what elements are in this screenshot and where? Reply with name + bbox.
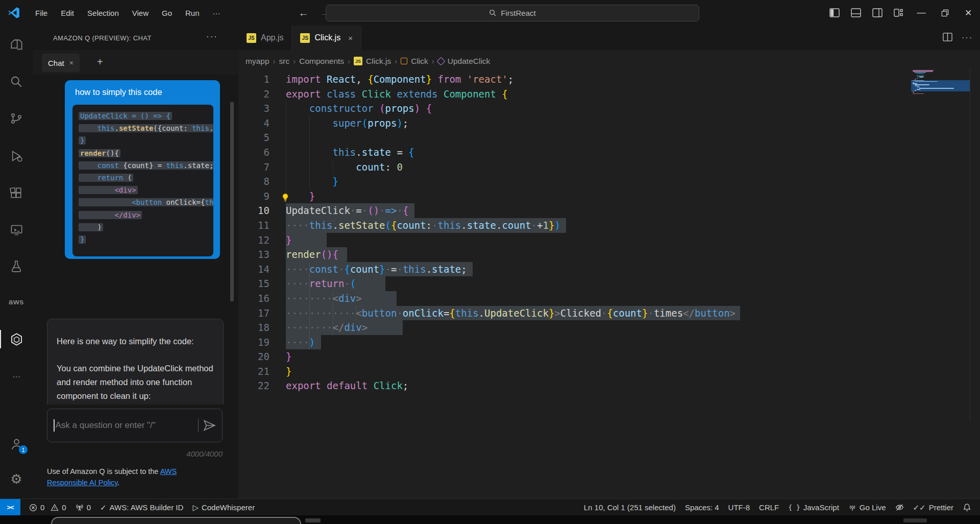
indentation-status[interactable]: Spaces: 4 [680, 499, 724, 516]
chat-messages: how to simply this code UpdateClick = ()… [33, 75, 238, 404]
more-views-icon[interactable]: ⋯ [0, 363, 33, 390]
aws-toolkit-icon[interactable]: aws [0, 288, 33, 315]
send-icon[interactable] [203, 419, 216, 432]
testing-icon[interactable] [0, 253, 33, 279]
breadcrumb-item[interactable]: Click.js [366, 57, 391, 66]
encoding-status[interactable]: UTF-8 [724, 499, 755, 516]
settings-gear-icon[interactable]: ⚙ [0, 466, 33, 492]
menu-[interactable]: ··· [206, 6, 227, 20]
breadcrumb-item[interactable]: myapp [246, 57, 270, 66]
code-line-20[interactable]: 20} [238, 349, 980, 364]
cursor-position-status[interactable]: Ln 10, Col 1 (251 selected) [579, 499, 680, 516]
chat-input[interactable]: Ask a question or enter "/" [47, 409, 223, 442]
code-line-6[interactable]: 6 this.state = { [238, 145, 980, 160]
panel-more-icon[interactable]: ··· [206, 32, 218, 42]
vscode-logo-icon [7, 6, 20, 19]
new-chat-tab-icon[interactable]: + [97, 56, 103, 68]
line-number: 8 [238, 174, 270, 189]
language-mode-status[interactable]: { } JavaScript [783, 499, 844, 516]
close-window-icon[interactable]: ✕ [957, 0, 980, 26]
code-line-4[interactable]: 4 super(props); [238, 116, 980, 131]
customize-layout-icon[interactable] [888, 0, 910, 26]
code-editor[interactable]: 1import React, {Component} from 'react';… [238, 72, 980, 498]
menu-edit[interactable]: Edit [54, 6, 81, 20]
code-line-11[interactable]: 11····this.setState({count:·this.state.c… [238, 218, 980, 233]
chat-tab-row: Chat × + [33, 50, 238, 75]
eol-status[interactable]: CRLF [754, 499, 783, 516]
chat-tab-close-icon[interactable]: × [69, 59, 74, 67]
explorer-icon[interactable] [0, 32, 33, 58]
code-line-16[interactable]: 16········<div> [238, 291, 980, 306]
breadcrumb-separator: › [395, 57, 397, 65]
toggle-panel-icon[interactable] [845, 0, 867, 26]
breadcrumb-item[interactable]: src [279, 57, 290, 66]
code-line-7[interactable]: 7 count: 0 [238, 160, 980, 175]
code-line-13[interactable]: 13render(){ [238, 247, 980, 262]
code-text: } [286, 233, 327, 248]
breadcrumb-item[interactable]: UpdateClick [448, 57, 491, 66]
code-line-2[interactable]: 2export class Click extends Component { [238, 87, 980, 102]
search-sidebar-icon[interactable] [0, 68, 33, 95]
tab-clickjs[interactable]: JS Click.js × [292, 26, 361, 50]
codewhisperer-status[interactable]: ▷ CodeWhisperer [188, 499, 259, 516]
taskbar-search-box[interactable] [51, 517, 301, 524]
tab-close-icon[interactable]: × [348, 34, 353, 42]
breadcrumb-separator: › [348, 57, 350, 65]
run-debug-icon[interactable] [0, 142, 33, 169]
tab-appjs[interactable]: JS App.js [238, 26, 292, 50]
code-line-17[interactable]: 17············<button·onClick={this.Upda… [238, 306, 980, 321]
source-control-icon[interactable] [0, 105, 33, 132]
split-editor-icon[interactable] [943, 32, 952, 44]
menu-bar: FileEditSelectionViewGoRun··· [29, 6, 227, 20]
chat-tab[interactable]: Chat × [42, 54, 80, 72]
line-number: 16 [238, 291, 270, 306]
disabled-eye-icon [895, 503, 904, 512]
menu-file[interactable]: File [29, 6, 54, 20]
code-text: ········</div> [286, 320, 403, 335]
extensions-icon[interactable] [0, 180, 33, 206]
ports-status[interactable]: 0 [71, 499, 95, 516]
problems-status[interactable]: 0 0 [24, 499, 71, 516]
code-line-12[interactable]: 12} [238, 233, 980, 248]
chat-scrollbar[interactable] [230, 102, 234, 301]
code-line-22[interactable]: 22export default Click; [238, 378, 980, 393]
code-line-14[interactable]: 14····const·{count}·=·this.state; [238, 262, 980, 277]
accounts-icon[interactable]: 1 [0, 431, 33, 457]
user-message-text: how to simply this code [75, 87, 220, 97]
toggle-sidebar-icon[interactable] [824, 0, 845, 26]
menu-view[interactable]: View [126, 6, 155, 20]
code-line-18[interactable]: 18········</div> [238, 320, 980, 335]
menu-go[interactable]: Go [155, 6, 179, 20]
notifications-bell-icon[interactable] [958, 499, 976, 516]
code-line-1[interactable]: 1import React, {Component} from 'react'; [238, 72, 980, 87]
code-line-15[interactable]: 15····return·( [238, 276, 980, 291]
code-line-19[interactable]: 19····) [238, 335, 980, 350]
vscode-window: FileEditSelectionViewGoRun··· ← → FirstR… [0, 0, 980, 524]
editor-more-actions-icon[interactable]: ··· [962, 33, 973, 42]
code-line-8[interactable]: 8 } [238, 174, 980, 189]
code-line-10[interactable]: 10UpdateClick·=·()·=>·{ [238, 203, 980, 218]
minimize-icon[interactable]: — [910, 0, 933, 26]
menu-selection[interactable]: Selection [81, 6, 126, 20]
amazon-q-icon[interactable] [0, 326, 33, 352]
breadcrumb-item[interactable]: Click [411, 57, 428, 66]
command-center-search[interactable]: FirstReact [326, 5, 699, 21]
remote-explorer-icon[interactable] [0, 217, 33, 243]
remote-indicator[interactable]: >< [0, 499, 20, 516]
editor-scrollbar[interactable] [970, 69, 970, 421]
restore-icon[interactable] [933, 0, 957, 26]
breadcrumb-item[interactable]: Components [299, 57, 344, 66]
nav-back-icon[interactable]: ← [299, 7, 309, 19]
toggle-secondary-sidebar-icon[interactable] [867, 0, 888, 26]
user-message-code-block: UpdateClick = () => { this.setState({cou… [72, 105, 213, 256]
code-line-21[interactable]: 21} [238, 364, 980, 379]
aws-auth-status[interactable]: ✓ AWS: AWS Builder ID [95, 499, 188, 516]
screencast-disabled-status[interactable] [891, 499, 909, 516]
code-line-9[interactable]: 9 } [238, 189, 980, 204]
code-line-3[interactable]: 3 constructor (props) { [238, 101, 980, 116]
minimap[interactable] [913, 70, 970, 106]
prettier-status[interactable]: ✓✓ Prettier [909, 499, 959, 516]
menu-run[interactable]: Run [179, 6, 206, 20]
go-live-status[interactable]: Go Live [844, 499, 891, 516]
code-line-5[interactable]: 5 [238, 130, 980, 145]
